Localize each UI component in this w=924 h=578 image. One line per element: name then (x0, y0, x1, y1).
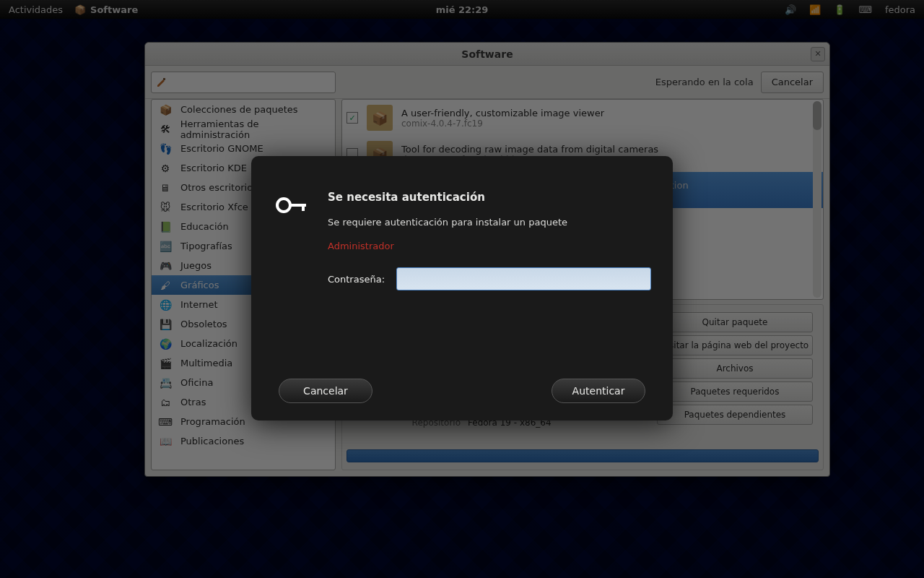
svg-rect-3 (302, 204, 305, 211)
password-label: Contraseña: (328, 274, 385, 285)
auth-user: Administrador (328, 241, 651, 251)
auth-authenticate-button[interactable]: Autenticar (552, 379, 645, 403)
auth-cancel-button[interactable]: Cancelar (279, 379, 372, 403)
auth-dialog: Se necesita autenticación Se requiere au… (251, 156, 673, 420)
auth-subtitle: Se requiere autenticación para instalar … (328, 217, 651, 228)
password-input[interactable] (396, 267, 651, 290)
auth-title: Se necesita autenticación (328, 191, 651, 204)
svg-point-4 (282, 203, 286, 207)
key-icon (273, 191, 310, 379)
